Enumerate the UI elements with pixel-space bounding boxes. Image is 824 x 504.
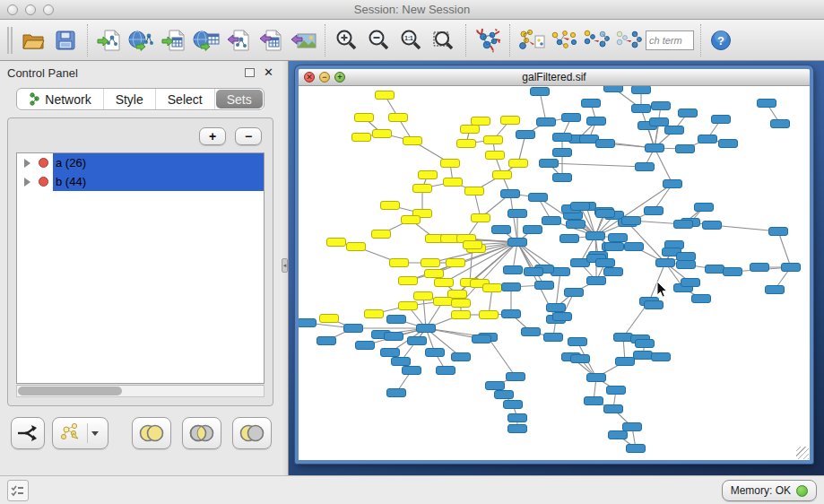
expand-triangle-icon[interactable]	[24, 178, 30, 187]
export-table-button[interactable]	[256, 24, 286, 56]
import-network-web-button[interactable]	[126, 24, 157, 56]
float-panel-icon[interactable]	[245, 68, 255, 77]
graph-node-blue[interactable]	[596, 140, 615, 148]
graph-node-yellow[interactable]	[493, 171, 512, 179]
graph-node-blue[interactable]	[544, 334, 563, 342]
graph-node-blue[interactable]	[565, 289, 584, 297]
graph-node-blue[interactable]	[645, 207, 664, 215]
graph-node-blue[interactable]	[542, 217, 561, 225]
sets-list[interactable]: a (26)b (44)	[16, 152, 265, 384]
graph-node-blue[interactable]	[586, 232, 605, 240]
tab-style[interactable]: Style	[104, 89, 156, 109]
zoom-out-button[interactable]	[364, 24, 395, 56]
graph-node-yellow[interactable]	[425, 270, 444, 278]
task-history-button[interactable]	[7, 480, 29, 501]
graph-node-blue[interactable]	[681, 279, 700, 287]
split-set-button[interactable]	[11, 417, 45, 449]
graph-node-blue[interactable]	[504, 401, 523, 409]
graph-node-blue[interactable]	[758, 100, 776, 108]
graph-node-yellow[interactable]	[320, 315, 339, 323]
graph-node-yellow[interactable]	[403, 137, 422, 145]
graph-node-blue[interactable]	[656, 259, 675, 267]
graph-node-blue[interactable]	[403, 367, 421, 375]
graph-node-yellow[interactable]	[389, 114, 408, 122]
graph-node-yellow[interactable]	[419, 171, 438, 179]
import-table-web-button[interactable]	[191, 24, 221, 56]
graph-node-blue[interactable]	[782, 264, 801, 272]
graph-node-blue[interactable]	[317, 337, 336, 345]
remove-set-button[interactable]: −	[235, 127, 262, 145]
graph-node-blue[interactable]	[706, 265, 724, 274]
graph-node-blue[interactable]	[560, 235, 579, 243]
graph-node-yellow[interactable]	[483, 284, 502, 292]
graph-node-yellow[interactable]	[399, 277, 418, 285]
graph-node-blue[interactable]	[703, 222, 722, 230]
graph-node-blue[interactable]	[504, 266, 523, 274]
graph-node-blue[interactable]	[587, 374, 606, 382]
graph-node-blue[interactable]	[495, 391, 514, 399]
graph-node-yellow[interactable]	[414, 292, 433, 300]
graph-node-yellow[interactable]	[464, 241, 482, 249]
graph-node-blue[interactable]	[299, 319, 317, 327]
graph-node-blue[interactable]	[677, 253, 696, 261]
graph-node-yellow[interactable]	[480, 311, 499, 319]
graph-node-blue[interactable]	[522, 328, 541, 336]
graph-node-yellow[interactable]	[381, 202, 400, 210]
sets-horizontal-scrollbar[interactable]	[16, 385, 265, 397]
apply-layout-button[interactable]	[473, 24, 503, 56]
zoom-fit-selected-button[interactable]	[429, 24, 459, 56]
graph-node-blue[interactable]	[492, 226, 511, 234]
graph-node-blue[interactable]	[609, 431, 628, 439]
graph-node-blue[interactable]	[674, 221, 693, 229]
toolbar-drag-handle[interactable]	[7, 27, 13, 54]
graph-node-blue[interactable]	[547, 304, 566, 312]
graph-node-blue[interactable]	[385, 333, 403, 341]
graph-node-blue[interactable]	[486, 382, 505, 390]
graph-node-yellow[interactable]	[447, 259, 465, 267]
graph-node-blue[interactable]	[652, 353, 671, 361]
graph-node-yellow[interactable]	[355, 114, 374, 122]
memory-status-button[interactable]: Memory: OK	[722, 480, 817, 501]
graph-node-blue[interactable]	[750, 264, 769, 272]
set-operation-difference-button[interactable]	[613, 24, 644, 56]
search-input[interactable]	[646, 30, 694, 50]
graph-node-blue[interactable]	[553, 149, 572, 157]
graph-node-yellow[interactable]	[352, 134, 371, 142]
graph-node-blue[interactable]	[604, 268, 623, 276]
graph-node-blue[interactable]	[507, 373, 525, 381]
graph-node-blue[interactable]	[596, 210, 615, 218]
graph-node-blue[interactable]	[719, 140, 738, 148]
graph-node-blue[interactable]	[646, 144, 664, 152]
graph-node-blue[interactable]	[724, 268, 742, 276]
import-table-file-button[interactable]	[159, 24, 189, 56]
graph-node-blue[interactable]	[587, 277, 606, 285]
graph-node-yellow[interactable]	[372, 230, 391, 239]
graph-node-yellow[interactable]	[509, 160, 528, 168]
graph-node-blue[interactable]	[502, 283, 521, 291]
network-canvas[interactable]	[299, 86, 810, 460]
graph-node-blue[interactable]	[417, 325, 436, 333]
graph-node-blue[interactable]	[692, 295, 711, 303]
graph-node-blue[interactable]	[634, 352, 653, 360]
graph-node-blue[interactable]	[553, 174, 572, 182]
graph-node-blue[interactable]	[553, 134, 572, 142]
graph-node-yellow[interactable]	[472, 117, 490, 126]
graph-node-blue[interactable]	[623, 423, 642, 431]
graph-node-blue[interactable]	[609, 234, 628, 242]
graph-node-blue[interactable]	[771, 120, 790, 128]
tab-select[interactable]: Select	[156, 89, 215, 109]
graph-node-yellow[interactable]	[327, 239, 346, 247]
graph-node-blue[interactable]	[596, 259, 615, 267]
graph-node-blue[interactable]	[622, 217, 641, 225]
graph-node-blue[interactable]	[650, 118, 669, 126]
graph-node-yellow[interactable]	[402, 216, 421, 224]
graph-node-yellow[interactable]	[486, 152, 505, 160]
graph-node-blue[interactable]	[501, 190, 520, 198]
graph-node-blue[interactable]	[769, 228, 788, 236]
graph-node-blue[interactable]	[524, 226, 542, 234]
collapse-panel-handle[interactable]: ◂	[282, 258, 288, 273]
graph-node-blue[interactable]	[677, 261, 696, 269]
graph-node-blue[interactable]	[540, 160, 559, 168]
graph-node-blue[interactable]	[679, 109, 698, 117]
graph-node-blue[interactable]	[698, 135, 717, 143]
